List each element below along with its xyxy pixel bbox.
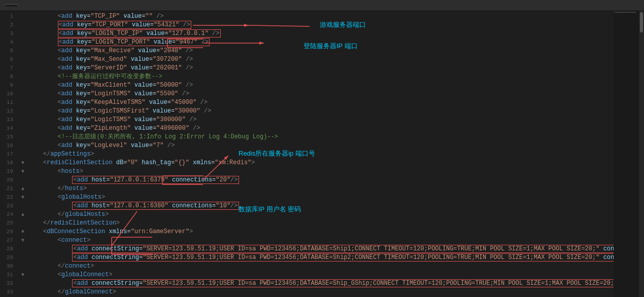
code-line[interactable]: <add key="ServerID" value="202001" /> <box>26 64 614 72</box>
code-line[interactable]: <add key="LOGIN_TCP_IP" value="127.0.0.1… <box>26 29 614 38</box>
code-line[interactable]: </appSettings> <box>26 150 614 159</box>
code-line[interactable]: <add key="LOGIN_TCP_PORT" value="9467" /… <box>26 38 614 47</box>
code-area[interactable]: <add key="TCP_IP" value="" /> <add key="… <box>26 11 614 297</box>
code-line[interactable]: </redisClientSection> <box>26 219 614 228</box>
code-line[interactable]: <connect> <box>26 236 614 245</box>
code-line[interactable]: <add connectString="SERVER=123.59.51.19;… <box>26 245 614 253</box>
code-line[interactable]: <add key="TCP_PORT" value="54321" /> <box>26 21 614 29</box>
code-line[interactable]: <add host="127.0.0.1:6379" connections="… <box>26 176 614 184</box>
code-line[interactable]: <add key="TCP_IP" value="" /> <box>26 12 614 21</box>
code-line[interactable]: <add host="127.0.0.1:6380" connections="… <box>26 202 614 210</box>
code-line[interactable]: <add key="LogLevel" value="7" /> <box>26 141 614 150</box>
fold-column: ▼▼▲▼▲▼▼▼▼ <box>19 11 26 297</box>
code-line[interactable]: <add key="Max_Send" value="307200" /> <box>26 55 614 64</box>
code-line[interactable]: <hosts> <box>26 167 614 176</box>
code-line[interactable]: </hosts> <box>26 184 614 193</box>
code-line[interactable]: <!--服务器运行过程中可改变参数--> <box>26 72 614 81</box>
code-line[interactable]: <dBConnectSection xmlns="urn:GameServer"… <box>26 228 614 236</box>
code-line[interactable]: <redisClientSection dB="0" hash_tag="{}"… <box>26 159 614 167</box>
code-line[interactable]: <add key="MaxClient" value="50000" /> <box>26 81 614 90</box>
code-line[interactable]: <add key="KeepAliveTSMS" value="45000" /… <box>26 98 614 107</box>
code-line[interactable]: <add key="ZipLength" value="4096000" /> <box>26 124 614 133</box>
code-line[interactable]: <globalHosts> <box>26 193 614 202</box>
code-line[interactable]: <add key="Max_Recive" value="2048" /> <box>26 47 614 55</box>
code-line[interactable]: <globalConnect> <box>26 271 614 279</box>
minimap: ████████████████████████████████████ <box>614 11 639 297</box>
title-bar <box>0 0 644 11</box>
code-line[interactable]: <add key="LogicTSMS" value="300000" /> <box>26 116 614 124</box>
scrollbar-thumb[interactable] <box>640 12 643 32</box>
code-line[interactable]: <add connectString="SERVER=123.59.51.19;… <box>26 253 614 262</box>
code-line[interactable]: <add key="LoginTSMS" value="5500" /> <box>26 90 614 98</box>
vertical-scrollbar[interactable] <box>639 11 644 297</box>
editor-container: 1234567891011121314151617181920212223242… <box>0 11 644 297</box>
file-tab[interactable] <box>4 4 18 7</box>
line-numbers: 1234567891011121314151617181920212223242… <box>0 11 19 297</box>
code-line[interactable]: <!--日志层级(0:关闭所有, 1:Info Log 2:Error Log … <box>26 133 614 141</box>
code-line[interactable]: <add connectString="SERVER=123.59.51.19;… <box>26 279 614 288</box>
code-line[interactable]: </globalConnect> <box>26 288 614 296</box>
code-line[interactable]: </connect> <box>26 262 614 271</box>
code-line[interactable]: </globalHosts> <box>26 210 614 219</box>
code-line[interactable]: <add key="LogicTSMSFirst" value="30000" … <box>26 107 614 116</box>
